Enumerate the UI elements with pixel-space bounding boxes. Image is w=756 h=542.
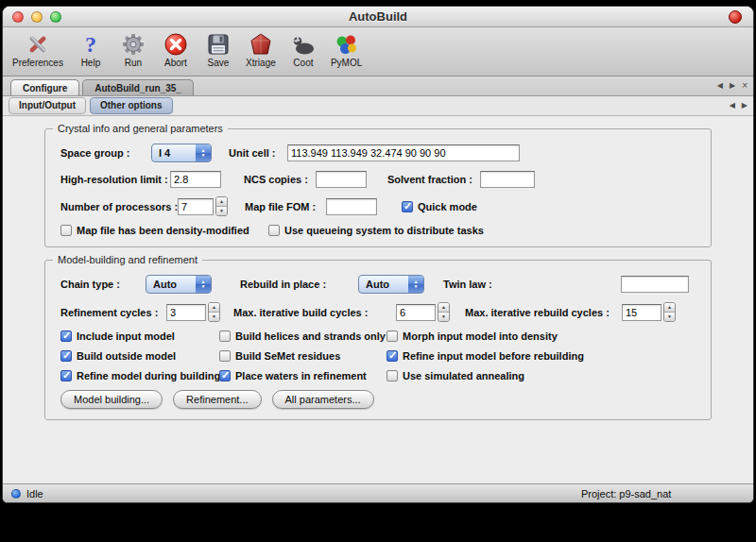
refine-input-model-checkbox[interactable]: Refine input model before rebuilding [387,350,584,362]
queueing-checkbox[interactable]: Use queueing system to distribute tasks [268,225,484,236]
twin-law-label: Twin law : [443,279,502,290]
include-input-model-checkbox[interactable]: Include input model [60,330,219,342]
toolbar-label: Xtriage [246,58,276,68]
num-processors-input[interactable] [178,198,214,215]
checkbox-box-icon [268,225,280,236]
high-res-label: High-resolution limit : [60,174,170,185]
tab-other-options[interactable]: Other options [90,97,173,114]
checkbox-box-icon [219,330,231,342]
model-building-button[interactable]: Model building... [60,390,163,409]
minimize-window-button[interactable] [31,11,43,23]
density-modified-checkbox[interactable]: Map file has been density-modified [60,225,268,236]
toolbar-label: Abort [164,58,187,68]
morph-input-model-checkbox[interactable]: Morph input model into density [387,330,558,342]
tab-close-icon[interactable]: × [742,81,747,91]
crystal-info-group: Crystal info and general parameters Spac… [44,128,712,247]
close-window-button[interactable] [12,11,24,23]
checkbox-label: Include input model [77,330,175,342]
toolbar: Preferences ? Help [3,27,753,76]
form-row: Map file has been density-modified Use q… [60,225,696,236]
subtab-scroll-right-icon[interactable]: ▶ [742,101,747,110]
refinement-cycles-input[interactable] [166,304,206,321]
chain-type-label: Chain type : [60,279,146,290]
build-semet-residues-checkbox[interactable]: Build SeMet residues [219,350,387,362]
solvent-fraction-label: Solvent fraction : [387,174,480,185]
tab-scroll-right-icon[interactable]: ▶ [730,81,735,91]
map-fom-input[interactable] [326,198,377,215]
toolbar-label: Help [81,58,101,68]
max-build-cycles-label: Max. iterative build cycles : [233,307,396,318]
toolbar-label: Coot [293,58,313,68]
project-label: Project: p9-sad_nat [581,488,671,500]
all-parameters-button[interactable]: All parameters... [272,390,374,409]
rebuild-in-place-select[interactable]: Auto ▲▼ [358,275,424,294]
refinement-button[interactable]: Refinement... [173,390,261,409]
max-build-cycles-input[interactable] [396,304,436,321]
toolbar-label: Save [208,58,230,68]
form-row: Number of processors : ▲▼ Map file FOM :… [60,196,696,216]
space-group-select[interactable]: I 4 ▲▼ [151,144,212,162]
chain-type-value: Auto [146,276,196,293]
pymol-icon [334,30,360,58]
tab-scroll-left-icon[interactable]: ◀ [717,81,723,91]
checkbox-label: Place waters in refinement [235,370,367,381]
xtriage-icon [248,30,274,58]
build-outside-model-checkbox[interactable]: Build outside model [60,350,219,362]
twin-law-input[interactable] [621,276,689,293]
run-gear-icon [120,30,146,58]
max-rebuild-cycles-stepper[interactable]: ▲▼ [663,302,676,322]
checkbox-label: Quick mode [418,201,477,212]
unit-cell-input[interactable] [287,144,520,161]
rebuild-in-place-label: Rebuild in place : [240,279,358,290]
zoom-window-button[interactable] [50,11,61,23]
checkbox-box-icon [402,201,413,212]
xtriage-button[interactable]: Xtriage [246,30,276,68]
num-processors-stepper[interactable]: ▲▼ [215,196,228,216]
place-waters-checkbox[interactable]: Place waters in refinement [219,370,387,381]
coot-icon [290,30,317,58]
tab-autobuild-run-35[interactable]: AutoBuild_run_35_ [82,79,194,95]
tab-input-output[interactable]: Input/Output [9,97,86,114]
max-rebuild-cycles-label: Max. iterative rebuild cycles : [465,307,622,318]
simulated-annealing-checkbox[interactable]: Use simulated annealing [387,370,524,381]
build-helices-strands-checkbox[interactable]: Build helices and strands only [219,330,387,342]
popup-arrows-icon: ▲▼ [408,276,423,293]
ncs-copies-input[interactable] [316,171,367,188]
max-rebuild-cycles-input[interactable] [622,304,662,321]
red-sphere-icon [729,10,742,24]
help-button[interactable]: ? Help [76,30,106,68]
titlebar: AutoBuild [3,7,753,27]
max-build-cycles-stepper[interactable]: ▲▼ [438,302,450,322]
tab-configure[interactable]: Configure [10,79,79,95]
abort-icon [163,30,189,58]
refinement-cycles-stepper[interactable]: ▲▼ [208,302,220,322]
checkbox-box-icon [387,350,398,362]
checkbox-label: Map file has been density-modified [77,225,249,236]
preferences-button[interactable]: Preferences [12,30,63,68]
coot-button[interactable]: Coot [288,30,318,68]
checkbox-label: Refine input model before rebuilding [403,350,584,362]
checkbox-box-icon [387,330,398,342]
subtab-scroll-left-icon[interactable]: ◀ [730,101,735,110]
preferences-icon [25,30,51,58]
high-res-input[interactable] [170,171,221,188]
run-button[interactable]: Run [118,30,148,68]
model-building-group: Model-building and refinement Chain type… [44,260,712,420]
quick-mode-checkbox[interactable]: Quick mode [402,201,477,212]
refinement-cycles-label: Refinement cycles : [60,307,166,318]
space-group-value: I 4 [152,144,196,161]
help-icon: ? [77,30,104,58]
popup-arrows-icon: ▲▼ [196,276,211,293]
checkbox-label: Refine model during building [77,370,220,381]
checkbox-box-icon [60,225,72,236]
abort-button[interactable]: Abort [161,30,191,68]
status-bar: Idle Project: p9-sad_nat [3,483,753,502]
refine-during-building-checkbox[interactable]: Refine model during building [60,370,219,381]
pymol-button[interactable]: PyMOL [331,30,362,68]
toolbar-label: PyMOL [331,58,362,68]
save-button[interactable]: Save [203,30,233,68]
chain-type-select[interactable]: Auto ▲▼ [146,275,212,294]
solvent-fraction-input[interactable] [480,171,535,188]
window-controls [12,11,61,23]
group-title: Model-building and refinement [53,254,202,265]
